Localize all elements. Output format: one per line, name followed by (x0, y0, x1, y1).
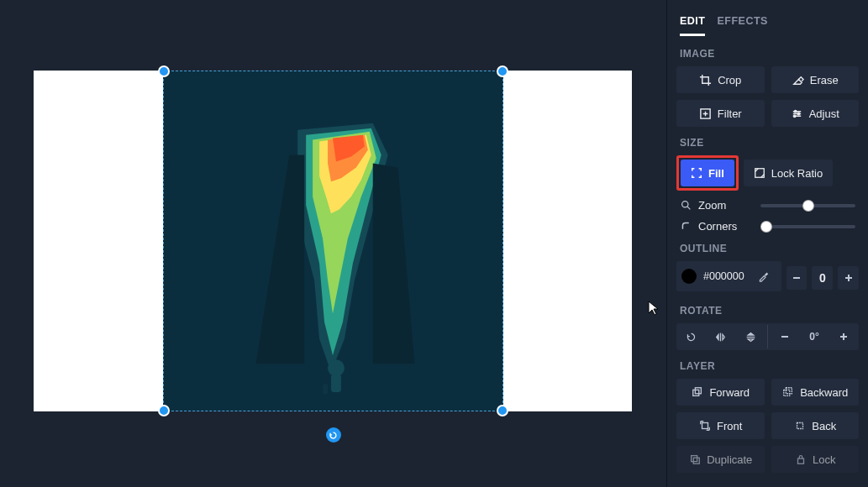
svg-rect-19 (786, 388, 792, 394)
zoom-icon (680, 200, 692, 211)
zoom-label: Zoom (698, 199, 726, 212)
resize-handle-br[interactable] (497, 405, 508, 416)
image-content (164, 71, 502, 411)
resize-handle-bl[interactable] (158, 405, 170, 416)
erase-label: Erase (810, 74, 839, 86)
fill-button[interactable]: Fill (681, 160, 734, 186)
svg-point-6 (797, 113, 799, 114)
fill-icon (691, 167, 702, 179)
flip-horizontal-button[interactable] (708, 325, 734, 348)
fill-label: Fill (708, 167, 724, 180)
forward-button[interactable]: Forward (676, 379, 765, 406)
rotate-90-button[interactable] (678, 325, 704, 348)
corners-icon (680, 221, 692, 232)
flip-vertical-button[interactable] (738, 325, 764, 348)
svg-rect-20 (702, 423, 708, 429)
svg-point-7 (793, 115, 795, 117)
backward-icon (781, 386, 794, 399)
filter-icon (699, 107, 712, 120)
section-label-layer: LAYER (680, 360, 855, 372)
corners-slider[interactable] (760, 225, 855, 228)
outline-increment[interactable] (838, 266, 859, 290)
svg-rect-16 (693, 390, 699, 395)
backward-button[interactable]: Backward (771, 379, 860, 406)
outline-color-row[interactable]: #000000 (676, 261, 781, 291)
back-button[interactable]: Back (771, 412, 860, 439)
crop-icon (699, 74, 712, 86)
lock-ratio-label: Lock Ratio (771, 167, 823, 180)
cursor (648, 301, 660, 319)
zoom-slider-row: Zoom (680, 199, 855, 212)
backward-label: Backward (800, 386, 848, 399)
rotate-toolbar: 0° (676, 323, 859, 350)
erase-button[interactable]: Erase (771, 66, 860, 93)
duplicate-label: Duplicate (707, 453, 752, 466)
front-icon (698, 420, 711, 432)
back-icon (793, 420, 806, 432)
svg-rect-23 (693, 458, 699, 463)
outline-decrement[interactable] (786, 266, 808, 290)
outline-hex: #000000 (703, 270, 744, 282)
fill-highlight: Fill (676, 155, 739, 191)
svg-rect-13 (781, 336, 788, 338)
svg-point-9 (681, 202, 687, 207)
forward-icon (691, 386, 703, 399)
canvas-area[interactable] (0, 0, 666, 487)
resize-handle-tl[interactable] (158, 65, 170, 77)
svg-rect-24 (797, 458, 803, 463)
lock-button[interactable]: Lock (771, 446, 860, 473)
svg-rect-21 (797, 423, 802, 429)
svg-rect-10 (793, 277, 800, 279)
selected-image[interactable] (163, 71, 503, 411)
svg-rect-12 (848, 275, 850, 281)
outline-color-swatch (681, 269, 697, 284)
outline-width-value[interactable]: 0 (812, 266, 833, 290)
svg-rect-2 (331, 374, 341, 392)
back-label: Back (812, 420, 836, 432)
rotate-decrement[interactable] (771, 325, 797, 348)
zoom-slider[interactable] (760, 204, 855, 207)
adjust-icon (791, 107, 803, 120)
lock-ratio-button[interactable]: Lock Ratio (744, 160, 833, 186)
svg-rect-3 (323, 384, 328, 394)
svg-rect-22 (691, 456, 697, 462)
svg-rect-15 (843, 333, 844, 340)
duplicate-button[interactable]: Duplicate (676, 446, 765, 473)
corners-label: Corners (698, 220, 737, 233)
lock-icon (794, 453, 807, 466)
rotate-angle-value[interactable]: 0° (801, 325, 827, 348)
resize-handle-tr[interactable] (497, 65, 508, 77)
filter-button[interactable]: Filter (676, 100, 765, 127)
section-label-size: SIZE (680, 137, 855, 149)
adjust-button[interactable]: Adjust (771, 100, 860, 127)
crop-button[interactable]: Crop (676, 66, 765, 93)
tab-effects[interactable]: EFFECTS (717, 15, 767, 36)
front-label: Front (717, 420, 742, 432)
filter-label: Filter (718, 107, 742, 120)
section-label-outline: OUTLINE (680, 243, 855, 254)
tab-edit[interactable]: EDIT (680, 15, 705, 36)
section-label-rotate: ROTATE (680, 305, 855, 317)
crop-label: Crop (718, 74, 741, 86)
front-button[interactable]: Front (676, 412, 765, 439)
svg-rect-17 (695, 388, 701, 394)
panel-tabs: EDIT EFFECTS (680, 15, 855, 36)
rotate-handle[interactable] (326, 427, 341, 442)
lock-label: Lock (813, 453, 835, 466)
section-label-image: IMAGE (680, 48, 855, 60)
erase-icon (792, 74, 804, 86)
edit-panel: EDIT EFFECTS IMAGE Crop Erase Filter Adj… (666, 0, 868, 487)
eyedropper-button[interactable] (751, 264, 776, 288)
svg-point-5 (794, 110, 796, 112)
corners-slider-row: Corners (680, 220, 855, 233)
rotate-increment[interactable] (831, 325, 857, 348)
adjust-label: Adjust (809, 107, 839, 120)
svg-rect-18 (783, 390, 789, 395)
duplicate-icon (688, 453, 701, 466)
lock-ratio-icon (754, 167, 765, 179)
forward-label: Forward (709, 386, 750, 399)
